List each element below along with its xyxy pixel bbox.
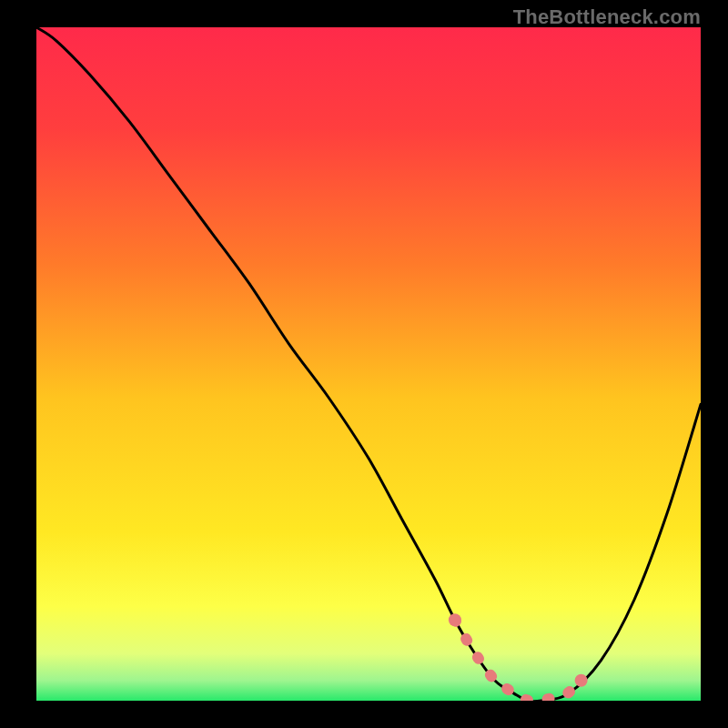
curve-layer (36, 27, 701, 701)
bottleneck-curve (36, 27, 701, 701)
optimal-range-highlight (455, 620, 581, 701)
chart-frame: TheBottleneck.com (0, 0, 728, 728)
optimal-range-start-dot (449, 613, 461, 626)
plot-area (36, 27, 701, 701)
watermark-text: TheBottleneck.com (513, 5, 701, 29)
optimal-range-end-dot (575, 674, 588, 687)
